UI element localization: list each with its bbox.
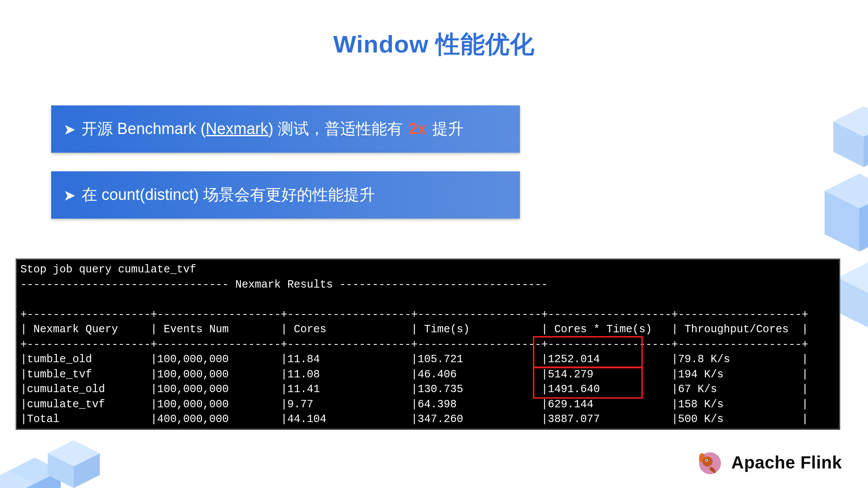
bullet-marker-icon: ➤ (63, 121, 76, 138)
terminal-line-row4: |cumulate_tvf |100,000,000 |9.77 |64.398… (20, 398, 808, 411)
svg-marker-11 (833, 121, 864, 167)
svg-marker-7 (9, 484, 35, 488)
footer-text: Apache Flink (731, 453, 842, 472)
bullet1-post2: 提升 (428, 120, 464, 138)
terminal-line-row1: |tumble_old |100,000,000 |11.84 |105.721… (20, 353, 808, 366)
svg-marker-8 (0, 484, 9, 488)
svg-marker-1 (35, 471, 61, 488)
svg-point-21 (706, 460, 707, 461)
bullet2-text: 在 count(distinct) 场景会有更好的性能提升 (82, 184, 375, 206)
bullet-point-1: ➤ 开源 Benchmark (Nexmark) 测试，普适性能有 2x 提升 (51, 105, 520, 153)
footer-logo: Apache Flink (697, 449, 842, 476)
svg-marker-15 (838, 262, 868, 293)
svg-marker-3 (48, 440, 100, 466)
slide: Window 性能优化 ➤ 开源 Benchmark (Nexmark) 测试，… (0, 0, 868, 488)
terminal-line-row5: |Total |400,000,000 |44.104 |347.260 |38… (20, 413, 808, 426)
terminal-line-row2: |tumble_tvf |100,000,000 |11.08 |46.406 … (20, 368, 808, 381)
terminal-line-stop: Stop job query cumulate_tvf (20, 263, 196, 276)
svg-marker-6 (0, 471, 35, 488)
terminal-line-banner: -------------------------------- Nexmark… (20, 278, 548, 291)
svg-marker-17 (838, 278, 868, 328)
terminal-line-row3: |cumulate_old |100,000,000 |11.41 |130.7… (20, 383, 808, 396)
terminal-line-header: | Nexmark Query | Events Num | Cores | T… (20, 323, 808, 336)
svg-marker-10 (864, 121, 868, 167)
svg-marker-9 (833, 106, 868, 137)
bullet-marker-icon: ➤ (63, 187, 76, 204)
svg-marker-0 (9, 458, 61, 484)
bullet1-pre: 开源 Benchmark ( (82, 120, 206, 138)
bullet-point-2: ➤ 在 count(distinct) 场景会有更好的性能提升 (51, 171, 520, 219)
nexmark-link[interactable]: Nexmark (206, 120, 268, 138)
bullet1-text: 开源 Benchmark (Nexmark) 测试，普适性能有 2x 提升 (82, 118, 464, 140)
terminal-line-sep: +-------------------+-------------------… (20, 308, 808, 321)
svg-marker-2 (9, 471, 35, 488)
svg-marker-4 (74, 453, 100, 488)
svg-point-19 (703, 456, 713, 466)
slide-title: Window 性能优化 (0, 28, 868, 61)
svg-marker-14 (825, 191, 859, 252)
svg-marker-13 (859, 191, 868, 252)
terminal-output: Stop job query cumulate_tvf ------------… (16, 259, 840, 430)
svg-marker-5 (48, 453, 74, 488)
terminal-line-sep: +-------------------+-------------------… (20, 338, 808, 351)
svg-marker-12 (825, 174, 868, 208)
bullet1-post1: ) 测试，普适性能有 (268, 120, 407, 138)
terminal-line-sep: +-------------------+-------------------… (20, 428, 808, 430)
flink-squirrel-icon (697, 449, 723, 476)
bullet1-highlight: 2x (409, 120, 426, 138)
